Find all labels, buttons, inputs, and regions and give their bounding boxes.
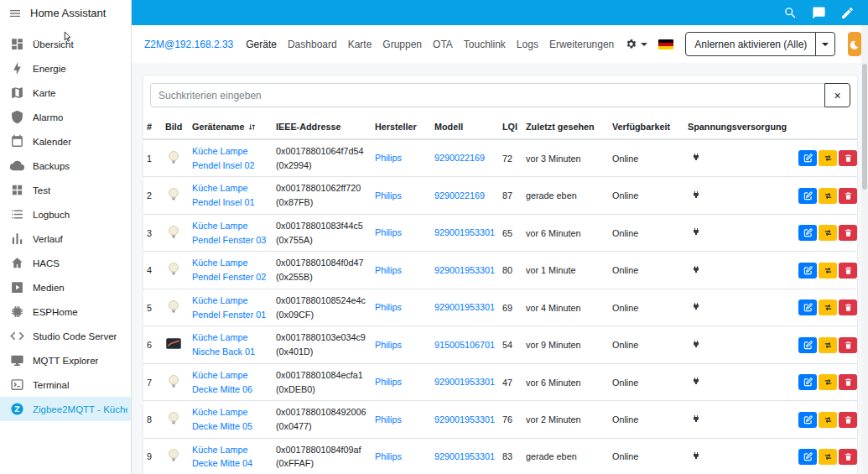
sidebar-item-zigbee2mqtt-küche[interactable]: Zigbee2MQTT - Küche — [0, 397, 131, 421]
device-name-link[interactable]: Küche LampePendel Insel 01 — [192, 181, 269, 209]
reconfigure-device-button[interactable] — [819, 188, 837, 204]
sidebar-item-übersicht[interactable]: Übersicht — [0, 32, 131, 56]
column-header-spannungsversorgung[interactable]: Spannungsversorgung — [684, 115, 793, 139]
vendor-link[interactable]: Philips — [375, 153, 402, 163]
sidebar-item-energie[interactable]: Energie — [0, 56, 131, 81]
sidebar-item-alarmo[interactable]: Alarmo — [0, 105, 131, 129]
device-name-link[interactable]: Küche LampePendel Fenster 01 — [192, 294, 269, 321]
remove-device-button[interactable] — [839, 225, 857, 241]
model-link[interactable]: 915005106701 — [434, 340, 495, 350]
vendor-link[interactable]: Philips — [375, 340, 402, 350]
rename-device-button[interactable] — [798, 449, 817, 465]
model-link[interactable]: 929001953301 — [434, 377, 495, 387]
column-header-verfügbarkeit[interactable]: Verfügbarkeit — [609, 115, 684, 139]
remove-device-button[interactable] — [839, 150, 857, 166]
vendor-link[interactable]: Philips — [375, 377, 402, 387]
remove-device-button[interactable] — [839, 337, 857, 353]
model-link[interactable]: 929001953301 — [434, 227, 495, 237]
nav-erweiterungen[interactable]: Erweiterungen — [549, 39, 614, 50]
german-flag-icon[interactable] — [658, 39, 673, 49]
sidebar-item-studio-code-server[interactable]: Studio Code Server — [0, 324, 131, 348]
column-header-gerätename[interactable]: Gerätename — [189, 115, 273, 139]
vendor-link[interactable]: Philips — [375, 302, 402, 312]
nav-touchlink[interactable]: Touchlink — [464, 39, 506, 50]
reconfigure-device-button[interactable] — [819, 337, 837, 353]
model-link[interactable]: 929001953301 — [434, 302, 495, 312]
sidebar-item-test[interactable]: Test — [0, 178, 131, 202]
sidebar-item-karte[interactable]: Karte — [0, 81, 131, 105]
reconfigure-device-button[interactable] — [819, 449, 837, 465]
device-name-link[interactable]: Küche LampeNische Back 01 — [192, 331, 269, 358]
rename-device-button[interactable] — [798, 374, 817, 390]
remove-device-button[interactable] — [839, 374, 857, 390]
rename-device-button[interactable] — [798, 225, 817, 241]
column-header-ieee-addresse[interactable]: IEEE-Addresse — [273, 115, 372, 139]
sidebar-item-verlauf[interactable]: Verlauf — [0, 227, 131, 251]
sidebar-item-backups[interactable]: Backups — [0, 154, 131, 178]
vendor-link[interactable]: Philips — [375, 190, 402, 201]
model-link[interactable]: 929001953301 — [434, 265, 495, 275]
remove-device-button[interactable] — [839, 188, 857, 204]
reconfigure-device-button[interactable] — [819, 150, 837, 166]
column-header-zuletzt-gesehen[interactable]: Zuletzt gesehen — [522, 115, 609, 139]
nav-geräte[interactable]: Geräte — [246, 39, 277, 50]
device-name-link[interactable]: Küche LampePendel Fenster 02 — [192, 256, 269, 284]
vendor-link[interactable]: Philips — [375, 414, 402, 425]
page-scrollbar[interactable] — [861, 25, 868, 474]
column-header-index[interactable]: # — [143, 115, 162, 139]
rename-device-button[interactable] — [798, 337, 817, 353]
sidebar-item-esphome[interactable]: ESPHome — [0, 300, 131, 324]
vendor-link[interactable]: Philips — [375, 451, 402, 461]
settings-dropdown-button[interactable] — [625, 38, 647, 50]
sidebar-item-terminal[interactable]: Terminal — [0, 372, 131, 397]
nav-logs[interactable]: Logs — [517, 39, 538, 50]
column-header-bild[interactable]: Bild — [162, 115, 189, 139]
rename-device-button[interactable] — [798, 150, 817, 166]
remove-device-button[interactable] — [839, 263, 857, 279]
reconfigure-device-button[interactable] — [819, 412, 837, 428]
device-name-link[interactable]: Küche LampeDecke Mitte 05 — [192, 405, 269, 433]
device-name-link[interactable]: Küche LampeDecke Mitte 04 — [192, 443, 269, 471]
menu-toggle-icon[interactable] — [8, 7, 22, 20]
theme-toggle-button[interactable] — [848, 32, 861, 56]
nav-gruppen[interactable]: Gruppen — [382, 39, 422, 50]
remove-device-button[interactable] — [839, 449, 857, 465]
model-link[interactable]: 929001953301 — [434, 414, 495, 425]
rename-device-button[interactable] — [798, 188, 817, 204]
rename-device-button[interactable] — [798, 263, 817, 279]
sidebar-item-kalender[interactable]: Kalender — [0, 129, 131, 154]
permit-join-button[interactable]: Anlernen aktivieren (Alle) — [685, 32, 816, 56]
reconfigure-device-button[interactable] — [819, 263, 837, 279]
device-name-link[interactable]: Küche LampePendel Insel 02 — [192, 144, 269, 172]
z2m-brand-link[interactable]: Z2M@192.168.2.33 — [144, 39, 233, 50]
column-header-modell[interactable]: Modell — [431, 115, 499, 139]
reconfigure-device-button[interactable] — [819, 300, 837, 315]
vendor-link[interactable]: Philips — [375, 265, 402, 275]
scrollbar-thumb[interactable] — [862, 64, 867, 190]
device-search-input[interactable] — [150, 83, 825, 107]
model-link[interactable]: 929001953301 — [434, 451, 495, 461]
device-name-link[interactable]: Küche LampeDecke Mitte 06 — [192, 368, 269, 396]
nav-karte[interactable]: Karte — [348, 39, 372, 50]
sidebar-item-logbuch[interactable]: Logbuch — [0, 202, 131, 227]
permit-join-dropdown-toggle[interactable] — [815, 32, 835, 56]
column-header-hersteller[interactable]: Hersteller — [372, 115, 431, 139]
rename-device-button[interactable] — [798, 300, 817, 315]
model-link[interactable]: 9290022169 — [434, 190, 485, 201]
model-link[interactable]: 9290022169 — [434, 153, 485, 163]
nav-dashboard[interactable]: Dashboard — [288, 39, 337, 50]
remove-device-button[interactable] — [839, 300, 857, 315]
edit-dashboard-icon[interactable] — [840, 6, 855, 20]
reconfigure-device-button[interactable] — [819, 225, 837, 241]
nav-ota[interactable]: OTA — [433, 39, 453, 50]
remove-device-button[interactable] — [839, 412, 857, 428]
sidebar-item-mqtt-explorer[interactable]: MQTT Explorer — [0, 348, 131, 372]
reconfigure-device-button[interactable] — [819, 374, 837, 390]
assist-chat-icon[interactable] — [812, 6, 826, 20]
clear-search-button[interactable]: × — [824, 83, 850, 107]
device-name-link[interactable]: Küche LampePendel Fenster 03 — [192, 219, 269, 247]
column-header-lqi[interactable]: LQI — [499, 115, 522, 139]
search-icon[interactable] — [783, 6, 798, 20]
vendor-link[interactable]: Philips — [375, 227, 402, 237]
sidebar-item-hacs[interactable]: HACS — [0, 251, 131, 275]
